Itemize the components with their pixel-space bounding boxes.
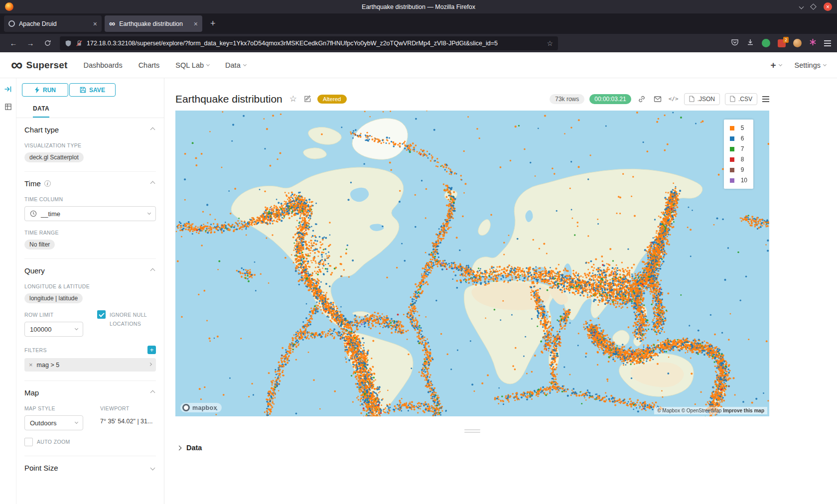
remove-filter-icon[interactable]: × [29,361,33,369]
row-limit-select[interactable]: 100000 [24,322,83,337]
favorite-star-icon[interactable]: ☆ [289,94,297,104]
close-icon[interactable]: × [824,2,832,11]
extension-icon-blocker[interactable]: 2 [778,39,786,47]
superset-logo[interactable]: ∞ [11,58,23,71]
expand-panel-icon[interactable] [4,85,12,95]
map-canvas[interactable] [175,111,769,416]
filter-token[interactable]: × mag > 5 [24,358,156,372]
export-csv-button[interactable]: .CSV [725,93,757,105]
legend-swatch [730,157,734,162]
share-link-icon[interactable] [636,95,647,103]
browser-tab-earthquake[interactable]: ∞ Earthquake distribution × [105,15,202,32]
legend-item[interactable]: 6 [730,135,747,142]
chart-menu-icon[interactable] [762,96,769,102]
url-bar[interactable]: 172.18.0.3:32108/superset/explore/?form_… [60,36,558,50]
extension-icon-pink-asterisk[interactable] [809,38,817,48]
row-limit-label: ROW LIMIT [24,312,97,318]
data-panel-toggle[interactable]: Data [177,444,837,452]
tab-close-icon[interactable]: × [93,20,97,28]
map-attribution[interactable]: © Mapbox © OpenStreetMap Improve this ma… [654,407,767,414]
new-tab-button[interactable]: + [205,18,221,29]
superset-brand[interactable]: Superset [26,60,68,71]
control-panel: RUN SAVE DATA Chart type VISUALIZATION T… [16,78,164,504]
new-item-button[interactable]: + [770,60,781,71]
reload-button[interactable] [40,37,55,50]
settings-menu[interactable]: Settings [795,61,826,69]
query-duration-badge: 00:00:03.21 [589,94,631,104]
tab-data[interactable]: DATA [33,105,49,118]
time-column-select[interactable]: __time [24,206,156,221]
nav-data[interactable]: Data [225,61,246,69]
file-icon [689,96,695,102]
nav-charts[interactable]: Charts [139,61,160,69]
viz-type-value[interactable]: deck.gl Scatterplot [24,152,84,162]
minimize-icon[interactable] [799,4,804,9]
druid-favicon [8,20,15,27]
tab-close-icon[interactable]: × [194,20,198,28]
forward-button[interactable]: → [23,37,38,50]
section-point-size: Point Size [24,456,156,481]
improve-map-link[interactable]: Improve this map [723,408,764,413]
section-header-time[interactable]: Timei [24,179,156,188]
pocket-icon[interactable] [731,38,739,48]
dataset-grid-icon[interactable] [4,103,12,113]
map-style-select[interactable]: Outdoors [24,415,83,430]
chevron-down-icon [206,62,210,66]
edit-properties-icon[interactable] [304,95,311,103]
chevron-down-icon [147,211,151,215]
legend-item[interactable]: 7 [730,145,747,152]
explore-main: Earthquake distribution ☆ Altered 73k ro… [164,78,837,504]
legend-swatch [730,126,734,130]
chevron-up-icon [150,127,155,132]
lonlat-value[interactable]: longitude | latitude [24,293,83,303]
deckgl-scatter-map[interactable]: 5678910 mapbox © Mapbox © OpenStreetMap … [175,111,769,416]
time-range-value[interactable]: No filter [24,240,55,250]
section-header-point-size[interactable]: Point Size [24,464,156,472]
section-header-query[interactable]: Query [24,266,156,275]
time-range-label: TIME RANGE [24,230,156,236]
section-map: Map MAP STYLE Outdoors AUTO ZOOM VIE [24,381,156,456]
legend-value: 10 [741,177,747,184]
maximize-icon[interactable] [810,3,817,10]
auto-zoom-checkbox[interactable] [24,438,33,446]
extension-icon-avatar[interactable] [793,39,802,47]
run-button[interactable]: RUN [22,83,68,97]
legend-item[interactable]: 9 [730,166,747,173]
downloads-icon[interactable] [746,38,754,48]
mapbox-logo[interactable]: mapbox [180,403,222,412]
legend-item[interactable]: 10 [730,177,747,184]
section-header-chart-type[interactable]: Chart type [24,126,156,134]
filters-label: FILTERS [24,347,47,353]
extension-icon-green[interactable] [762,39,770,47]
panel-drag-handle[interactable] [464,429,481,433]
nav-dashboards[interactable]: Dashboards [83,61,122,69]
legend-value: 8 [741,156,744,163]
tracking-shield-icon[interactable] [65,40,72,47]
insecure-lock-icon[interactable] [76,40,83,47]
menu-icon[interactable] [824,40,831,46]
viewport-value[interactable]: 7° 35' 54.02" | 31... [100,418,156,425]
export-json-button[interactable]: .JSON [684,93,720,105]
auto-zoom-label: AUTO ZOOM [37,438,70,447]
chevron-down-icon [779,62,782,66]
ignore-null-checkbox[interactable] [97,310,106,319]
email-icon[interactable] [652,95,663,103]
map-legend: 5678910 [724,120,753,189]
browser-tab-druid[interactable]: Apache Druid × [4,15,102,32]
legend-item[interactable]: 8 [730,156,747,163]
section-header-map[interactable]: Map [24,388,156,397]
legend-value: 7 [741,145,744,152]
legend-item[interactable]: 5 [730,125,747,131]
lonlat-label: LONGITUDE & LATITUDE [24,283,156,289]
embed-code-icon[interactable]: </> [668,96,679,102]
window-title: Earthquake distribution — Mozilla Firefo… [0,3,837,10]
save-button[interactable]: SAVE [69,83,116,97]
add-filter-button[interactable]: + [147,346,156,354]
tab-title: Apache Druid [19,20,89,27]
nav-sql-lab[interactable]: SQL Lab [175,61,209,69]
back-button[interactable]: ← [6,37,21,50]
bookmark-star-icon[interactable]: ☆ [547,39,553,47]
chevron-down-icon [75,327,78,330]
section-time: Timei TIME COLUMN __time TIME RANGE No f… [24,172,156,259]
dataset-rail [0,78,16,504]
